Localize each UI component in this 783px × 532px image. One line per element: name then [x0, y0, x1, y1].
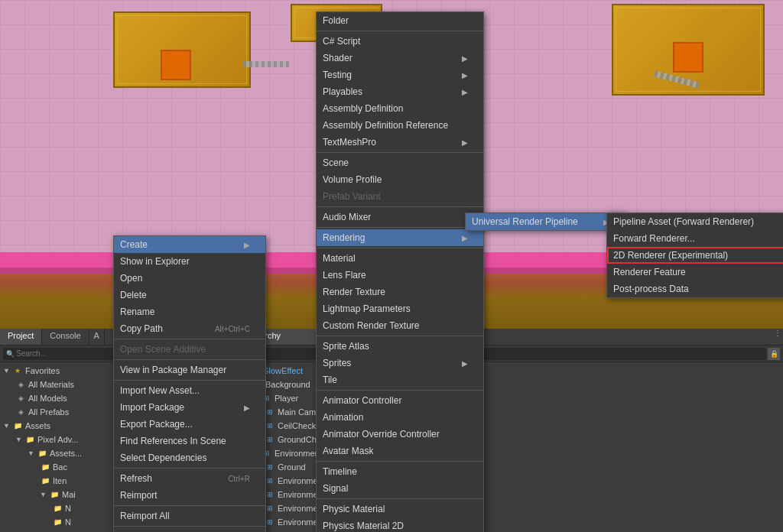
renderer-feature-label: Renderer Feature — [613, 267, 686, 277]
menu-item-render-texture[interactable]: Render Texture — [317, 284, 483, 300]
menu-item-volume-profile[interactable]: Volume Profile — [317, 171, 483, 188]
iten-icon: 📁 — [40, 475, 50, 486]
avatar-mask-label: Avatar Mask — [323, 446, 373, 456]
menu-item-playables[interactable]: Playables ▶ — [317, 83, 483, 100]
menu-item-select-deps[interactable]: Select Dependencies — [114, 449, 265, 466]
env-obj3-icon: ⊞ — [265, 503, 275, 514]
prefab-variant-label: Prefab Variant — [323, 191, 381, 202]
menu-item-sprites[interactable]: Sprites ▶ — [317, 355, 483, 371]
menu-item-physic-material[interactable]: Physic Material — [317, 501, 483, 517]
open-scene-label: Open Scene Additive — [120, 344, 206, 355]
menu-item-open-scene: Open Scene Additive — [114, 341, 265, 358]
import-package-label: Import Package — [120, 402, 184, 413]
menu-item-create[interactable]: Create ▶ — [114, 236, 265, 253]
menu-item-reimport-all[interactable]: Reimport All — [114, 508, 265, 524]
open-label: Open — [120, 273, 142, 284]
menu-item-textmeshpro[interactable]: TextMeshPro ▶ — [317, 134, 483, 151]
separator-6 — [114, 526, 265, 527]
separator-3 — [114, 380, 265, 381]
menu-item-extract-prefab[interactable]: Extract From Prefab — [114, 528, 265, 532]
menu-item-delete[interactable]: Delete — [114, 287, 265, 303]
menu-item-sprite-atlas[interactable]: Sprite Atlas — [317, 338, 483, 355]
menu-item-urp[interactable]: Universal Render Pipeline ▶ — [466, 213, 625, 230]
playables-label: Playables — [323, 86, 362, 97]
menu-item-rendering[interactable]: Rendering ▶ — [317, 229, 483, 246]
hierarchy-menu-btn[interactable]: ⋮ — [772, 329, 783, 345]
ground-label: Ground — [278, 462, 306, 472]
menu-item-pipeline-asset[interactable]: Pipeline Asset (Forward Renderer) — [607, 213, 783, 230]
csharp-label: C# Script — [323, 36, 360, 47]
lightmap-label: Lightmap Parameters — [323, 303, 411, 314]
menu-item-material[interactable]: Material — [317, 250, 483, 267]
menu-item-show-explorer[interactable]: Show in Explorer — [114, 253, 265, 270]
menu-item-folder[interactable]: Folder — [317, 12, 483, 29]
menu-item-custom-render[interactable]: Custom Render Texture — [317, 317, 483, 334]
menu-item-physics2d[interactable]: Physics Material 2D — [317, 517, 483, 532]
menu-item-open[interactable]: Open — [114, 270, 265, 287]
menu-item-copy-path[interactable]: Copy Path Alt+Ctrl+C — [114, 320, 265, 337]
menu-item-find-refs[interactable]: Find References In Scene — [114, 433, 265, 449]
mai-label: Mai — [62, 490, 76, 499]
asset-sep-1 — [317, 31, 483, 31]
menu-item-lightmap[interactable]: Lightmap Parameters — [317, 300, 483, 317]
menu-item-testing[interactable]: Testing ▶ — [317, 66, 483, 83]
menu-item-import-new[interactable]: Import New Asset... — [114, 382, 265, 399]
shader-label: Shader — [323, 53, 353, 63]
asset-sep-7 — [317, 390, 483, 391]
favorites-label: Favorites — [25, 366, 60, 375]
menu-item-assembly-ref[interactable]: Assembly Definition Reference — [317, 117, 483, 134]
shader-arrow: ▶ — [462, 54, 468, 63]
menu-item-import-package[interactable]: Import Package ▶ — [114, 399, 265, 416]
delete-label: Delete — [120, 290, 147, 300]
animator-override-label: Animator Override Controller — [323, 429, 440, 440]
menu-item-signal[interactable]: Signal — [317, 480, 483, 497]
menu-item-animator-override[interactable]: Animator Override Controller — [317, 426, 483, 443]
folder-label: Folder — [323, 15, 349, 26]
tab-project[interactable]: Project — [0, 329, 42, 345]
menu-item-export-package[interactable]: Export Package... — [114, 416, 265, 433]
tile-label: Tile — [323, 375, 337, 385]
n2-label: N — [65, 517, 71, 527]
menu-item-reimport[interactable]: Reimport — [114, 487, 265, 504]
menu-item-view-package[interactable]: View in Package Manager — [114, 362, 265, 378]
center-square-1 — [161, 50, 191, 80]
menu-item-audio-mixer[interactable]: Audio Mixer — [317, 209, 483, 225]
tab-console[interactable]: Console — [42, 329, 89, 345]
export-package-label: Export Package... — [120, 419, 193, 430]
mai-arrow: ▼ — [40, 491, 49, 498]
tab-extra[interactable]: A — [89, 329, 105, 345]
menu-item-prefab-variant: Prefab Variant — [317, 188, 483, 205]
menu-item-tile[interactable]: Tile — [317, 371, 483, 388]
reimport-all-label: Reimport All — [120, 511, 170, 521]
menu-item-csharp[interactable]: C# Script — [317, 33, 483, 50]
menu-item-avatar-mask[interactable]: Avatar Mask — [317, 443, 483, 459]
menu-item-animation[interactable]: Animation — [317, 409, 483, 426]
audio-mixer-label: Audio Mixer — [323, 212, 371, 222]
ground-icon: ⊞ — [265, 462, 275, 472]
separator-1 — [114, 339, 265, 339]
playables-arrow: ▶ — [462, 88, 468, 96]
menu-item-shader[interactable]: Shader ▶ — [317, 50, 483, 66]
menu-item-2d-renderer[interactable]: 2D Renderer (Experimental) — [607, 247, 783, 264]
menu-item-rename[interactable]: Rename — [114, 303, 265, 320]
timeline-label: Timeline — [323, 466, 357, 477]
glow-effect-label: GlowEffect — [262, 366, 303, 375]
pixel-adv-icon: 📁 — [24, 434, 35, 445]
asset-sep-9 — [317, 498, 483, 499]
menu-item-post-process[interactable]: Post-process Data — [607, 281, 783, 297]
n1-icon: 📁 — [52, 503, 63, 514]
camera-icon: ⊞ — [265, 407, 275, 417]
context-menu-rendering: Universal Render Pipeline ▶ — [465, 212, 625, 231]
hierarchy-lock-btn[interactable]: 🔒 — [768, 348, 780, 360]
pipeline-asset-label: Pipeline Asset (Forward Renderer) — [613, 216, 754, 227]
menu-item-refresh[interactable]: Refresh Ctrl+R — [114, 470, 265, 487]
menu-item-lens-flare[interactable]: Lens Flare — [317, 267, 483, 284]
menu-item-animator-ctrl[interactable]: Animator Controller — [317, 392, 483, 409]
context-menu-create: Create ▶ Show in Explorer Open Delete Re… — [113, 235, 266, 532]
menu-item-assembly-def[interactable]: Assembly Definition — [317, 100, 483, 117]
assets-label: Assets — [25, 421, 50, 430]
menu-item-scene[interactable]: Scene — [317, 154, 483, 171]
menu-item-timeline[interactable]: Timeline — [317, 463, 483, 480]
menu-item-renderer-feature[interactable]: Renderer Feature — [607, 264, 783, 281]
menu-item-forward-renderer[interactable]: Forward Renderer... — [607, 230, 783, 247]
